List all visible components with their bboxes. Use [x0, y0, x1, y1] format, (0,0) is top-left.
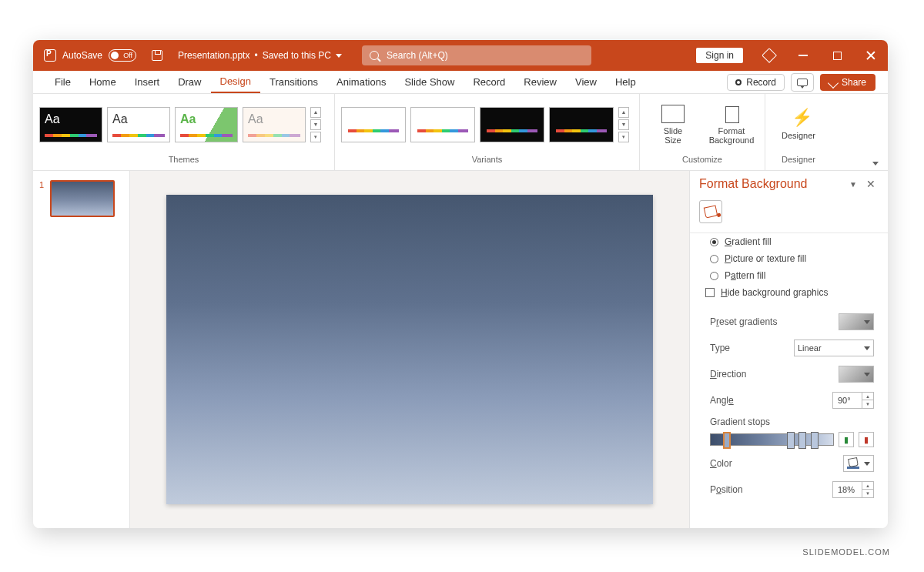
color-label: Color	[710, 458, 732, 469]
angle-input[interactable]: 90°▲▼	[832, 392, 874, 409]
direction-label: Direction	[710, 369, 746, 380]
chevron-down-icon	[872, 162, 879, 166]
ribbon-group-customize: Slide Size Format Background Customize	[640, 94, 765, 170]
current-slide[interactable]	[166, 195, 653, 504]
color-dropdown[interactable]	[843, 455, 874, 472]
save-icon[interactable]	[152, 50, 162, 61]
autosave-toggle[interactable]: Off	[109, 49, 136, 62]
app-window: AutoSave Off Presentation.pptx • Saved t…	[33, 40, 888, 528]
slide-thumbnail-1[interactable]: 1	[39, 180, 123, 217]
variant-thumb[interactable]	[549, 107, 614, 142]
format-background-pane: Format Background ▼ ✕ GGradient fillradi…	[689, 171, 888, 528]
ribbon-collapse-button[interactable]	[863, 157, 888, 170]
paint-bucket-icon	[704, 205, 718, 218]
format-background-icon	[720, 105, 743, 123]
watermark: SLIDEMODEL.COM	[802, 547, 890, 557]
document-title[interactable]: Presentation.pptx • Saved to this PC	[170, 50, 350, 61]
share-button[interactable]: Share	[820, 74, 875, 91]
close-icon	[865, 50, 876, 61]
position-input[interactable]: 18%▲▼	[832, 481, 874, 498]
fill-tab[interactable]	[699, 200, 722, 223]
ribbon-group-themes: Aa Aa Aa Aa ▲▼▾ Themes	[33, 94, 335, 170]
tab-file[interactable]: File	[45, 71, 80, 93]
theme-thumb[interactable]: Aa	[175, 107, 238, 142]
checkbox-icon	[705, 288, 715, 297]
gradient-stop[interactable]	[723, 432, 731, 449]
slide-size-button[interactable]: Slide Size	[646, 105, 700, 145]
gradient-stop[interactable]	[811, 432, 819, 449]
designer-button[interactable]: Designer	[772, 109, 825, 140]
pane-menu-button[interactable]: ▼	[843, 180, 863, 189]
radio-icon	[710, 238, 718, 246]
theme-thumb[interactable]: Aa	[39, 107, 102, 142]
gradient-stops-bar[interactable]	[710, 433, 834, 446]
signin-button[interactable]: Sign in	[696, 48, 743, 63]
tab-transitions[interactable]: Transitions	[260, 71, 327, 93]
format-background-button[interactable]: Format Background	[705, 105, 758, 145]
pen-icon	[762, 48, 777, 63]
slide-canvas[interactable]	[130, 171, 689, 528]
theme-thumb[interactable]: Aa	[107, 107, 170, 142]
variant-thumb[interactable]	[341, 107, 406, 142]
coming-soon-button[interactable]	[752, 40, 786, 71]
chevron-down-icon	[336, 54, 342, 58]
designer-icon	[787, 109, 810, 128]
remove-stop-button[interactable]: ▮	[859, 432, 874, 447]
maximize-icon	[833, 52, 842, 60]
slide-size-icon	[661, 105, 685, 123]
minimize-button[interactable]	[786, 40, 820, 71]
variant-thumb[interactable]	[480, 107, 544, 142]
checkbox-hide-graphics[interactable]: Hide background graphics	[702, 284, 885, 301]
tab-help[interactable]: Help	[606, 71, 645, 93]
maximize-button[interactable]	[820, 40, 854, 71]
variants-up[interactable]: ▲	[618, 107, 629, 118]
type-label: Type	[710, 343, 730, 353]
tab-review[interactable]: Review	[514, 71, 566, 93]
direction-dropdown[interactable]	[839, 366, 874, 383]
preset-gradients-dropdown[interactable]	[839, 313, 874, 330]
tab-insert[interactable]: Insert	[126, 71, 169, 93]
ribbon-group-designer: Designer Designer	[765, 94, 832, 170]
close-button[interactable]	[854, 40, 888, 71]
themes-up[interactable]: ▲	[310, 107, 321, 118]
share-icon	[828, 77, 839, 88]
search-box[interactable]: Search (Alt+Q)	[362, 45, 591, 65]
tab-design[interactable]: Design	[211, 71, 260, 93]
slide-thumbnails: 1	[33, 171, 130, 528]
radio-picture-fill[interactable]: Picture or texture fill	[702, 250, 885, 267]
radio-icon	[710, 272, 718, 280]
radio-gradient-fill[interactable]: GGradient fillradient fill	[702, 233, 885, 250]
tab-record[interactable]: Record	[464, 71, 514, 93]
tab-view[interactable]: View	[566, 71, 606, 93]
tab-home[interactable]: Home	[80, 71, 126, 93]
gradient-stop[interactable]	[787, 432, 795, 449]
variants-more[interactable]: ▾	[618, 132, 629, 142]
radio-pattern-fill[interactable]: Pattern fill	[702, 267, 885, 284]
tab-slideshow[interactable]: Slide Show	[395, 71, 464, 93]
position-label: Position	[710, 484, 743, 495]
variants-down[interactable]: ▼	[618, 119, 629, 130]
themes-down[interactable]: ▼	[310, 119, 321, 130]
gradient-stop[interactable]	[798, 432, 806, 449]
variant-thumb[interactable]	[410, 107, 475, 142]
tab-draw[interactable]: Draw	[169, 71, 210, 93]
ribbon: Aa Aa Aa Aa ▲▼▾ Themes ▲▼▾ Variants	[33, 94, 888, 171]
ribbon-group-variants: ▲▼▾ Variants	[335, 94, 640, 170]
add-stop-button[interactable]: ▮	[839, 432, 854, 447]
pane-close-button[interactable]: ✕	[863, 178, 879, 190]
tab-animations[interactable]: Animations	[327, 71, 395, 93]
color-swatch-icon	[847, 458, 859, 469]
autosave-group: AutoSave Off	[33, 49, 144, 62]
autosave-label: AutoSave	[62, 50, 102, 61]
comment-icon	[797, 79, 808, 86]
angle-label: Angle	[710, 395, 734, 406]
preset-gradients-label: Preset gradients	[710, 316, 777, 327]
theme-thumb[interactable]: Aa	[243, 107, 306, 142]
search-icon	[370, 51, 379, 60]
comments-button[interactable]	[791, 73, 814, 92]
powerpoint-icon	[44, 49, 56, 62]
type-dropdown[interactable]: Linear	[794, 340, 874, 356]
themes-more[interactable]: ▾	[310, 132, 321, 142]
record-button[interactable]: Record	[727, 74, 785, 91]
pane-title: Format Background	[699, 177, 843, 191]
